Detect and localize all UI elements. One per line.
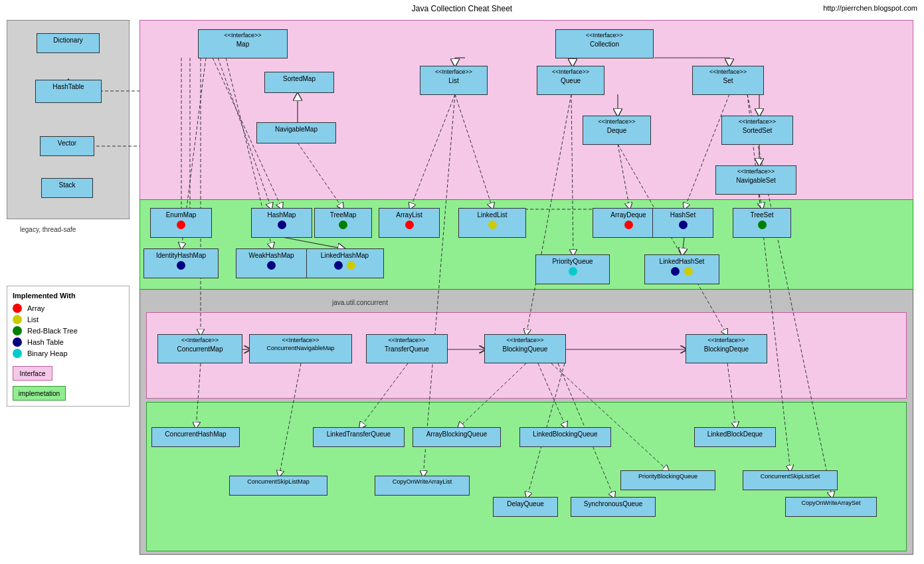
legend-list: List bbox=[13, 315, 124, 324]
array-label: Array bbox=[27, 304, 45, 312]
list-if-box: <<Interface>> List bbox=[420, 66, 488, 95]
legend-title: Implemented With bbox=[13, 292, 124, 300]
legend: Implemented With Array List Red-Black Tr… bbox=[7, 286, 130, 407]
linkedtransferqueue-box: LinkedTransferQueue bbox=[313, 427, 405, 447]
delayqueue-box: DelayQueue bbox=[493, 497, 558, 517]
priorityblockingqueue-box: PriorityBlockingQueue bbox=[620, 470, 715, 490]
map-box: <<Interface>> Map bbox=[198, 29, 288, 58]
copyonwritearraylist-box: CopyOnWriteArrayList bbox=[375, 476, 470, 496]
binaryheap-label: Binary Heap bbox=[27, 349, 68, 357]
legend-rbt: Red-Black Tree bbox=[13, 326, 124, 335]
treemap-box: TreeMap bbox=[314, 208, 372, 238]
identityhashmap-box: IdentityHashMap bbox=[143, 248, 219, 278]
legacy-label: legacy, thread-safe bbox=[20, 226, 76, 233]
dictionary-box: Dictionary bbox=[37, 33, 100, 53]
arraylist-box: ArrayList bbox=[379, 208, 440, 238]
concurrentmap-box: <<Interface>> ConcurrentMap bbox=[157, 334, 242, 363]
blockingqueue-box: <<Interface>> BlockingQueue bbox=[484, 334, 566, 363]
linkedblockdeque-box: LinkedBlockDeque bbox=[694, 427, 776, 447]
navigablemap-box: NavigableMap bbox=[256, 122, 336, 143]
vector-box: Vector bbox=[40, 136, 94, 156]
set-if-box: <<Interface>> Set bbox=[692, 66, 764, 95]
copyonwritearrayset-box: CopyOnWriteArraySet bbox=[785, 497, 877, 517]
sortedset-box: <<Interface>> SortedSet bbox=[721, 116, 793, 145]
blockingdeque-box: <<Interface>> BlockingDeque bbox=[686, 334, 767, 363]
impl-legend-box: implemetation bbox=[13, 386, 66, 401]
linkedhashset-box: LinkedHashSet bbox=[644, 254, 719, 284]
linkedblockingqueue-box: LinkedBlockingQueue bbox=[519, 427, 611, 447]
treeset-box: TreeSet bbox=[733, 208, 791, 238]
concurrentskiplistmap-box: ConcurrentSkipListMap bbox=[229, 476, 327, 496]
hashtable-dot bbox=[13, 337, 22, 347]
linkedhashmap-box: LinkedHashMap bbox=[306, 248, 384, 278]
enummap-box: EnumMap bbox=[150, 208, 212, 238]
stack-box: Stack bbox=[41, 178, 93, 198]
binaryheap-dot bbox=[13, 349, 22, 358]
concurrent-label: java.util.concurrent bbox=[332, 299, 388, 306]
hashtable-box: HashTable bbox=[35, 80, 102, 103]
legend-hashtable: Hash Table bbox=[13, 337, 124, 347]
transferqueue-box: <<Interface>> TransferQueue bbox=[366, 334, 448, 363]
priorityqueue-box: PriorityQueue bbox=[535, 254, 610, 284]
legend-array: Array bbox=[13, 304, 124, 313]
hashtable-label: Hash Table bbox=[27, 338, 64, 346]
interface-legend-box: Interface bbox=[13, 366, 52, 381]
navigableset-box: <<Interface>> NavigableSet bbox=[715, 165, 796, 195]
rbt-dot bbox=[13, 326, 22, 335]
list-dot bbox=[13, 315, 22, 324]
synchronousqueue-box: SynchronousQueue bbox=[571, 497, 656, 517]
deque-if-box: <<Interface>> Deque bbox=[583, 116, 651, 145]
concurrentskiplistset-box: ConcurrentSkipListSet bbox=[743, 470, 838, 490]
hashset-box: HashSet bbox=[652, 208, 713, 238]
array-dot bbox=[13, 304, 22, 313]
page-url: http://pierrchen.blogspot.com bbox=[823, 4, 917, 12]
linkedlist-box: LinkedList bbox=[458, 208, 526, 238]
weakhasmap-box: WeakHashMap bbox=[236, 248, 307, 278]
queue-if-box: <<Interface>> Queue bbox=[537, 66, 604, 95]
page-title: Java Collection Cheat Sheet bbox=[412, 4, 512, 13]
arrayblockingqueue-box: ArrayBlockingQueue bbox=[413, 427, 501, 447]
collection-box: <<Interface>> Collection bbox=[555, 29, 654, 58]
concurrentnavmap-box: <<Interface>> ConcurrentNavigableMap bbox=[249, 334, 352, 363]
list-label: List bbox=[27, 316, 39, 324]
hashmap-box: HashMap bbox=[251, 208, 312, 238]
rbt-label: Red-Black Tree bbox=[27, 327, 78, 335]
sortedmap-box: SortedMap bbox=[264, 72, 334, 93]
concurrenthashmap-box: ConcurrentHashMap bbox=[151, 427, 240, 447]
legend-binaryheap: Binary Heap bbox=[13, 349, 124, 358]
